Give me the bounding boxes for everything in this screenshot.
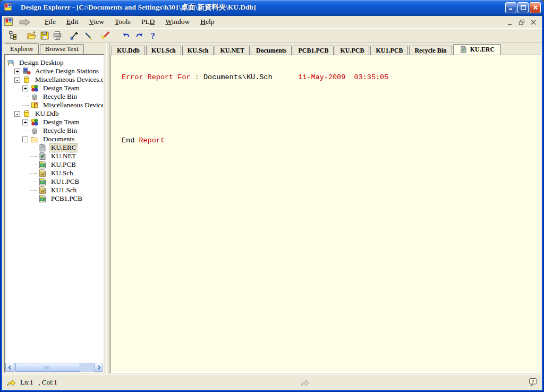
report-line-end: End Report [122,137,540,144]
recycle-icon [30,92,39,101]
maximize-button[interactable] [517,2,529,13]
doc-tab-ku-pcb[interactable]: KU.PCB [335,46,369,55]
panel-splitter[interactable] [106,43,110,374]
horizontal-scrollbar[interactable] [5,363,103,372]
tree-item-label: KU1.PCB [49,177,81,186]
print-icon[interactable] [51,30,64,41]
doc-tab-documents[interactable]: Documents [251,46,292,55]
doc-tab-ku1-pcb[interactable]: KU1.PCB [370,46,408,55]
tree-item-ku1-pcb[interactable]: KU1.PCB [5,177,103,186]
mdi-minimize-button[interactable] [506,19,514,26]
tree-item-label: KU1.Sch [49,186,78,194]
menu-tools[interactable]: Tools [109,16,136,28]
open-document-icon[interactable] [26,30,38,41]
report-blank-line [122,95,540,101]
doc-tab-label: KU1.Sch [151,47,176,54]
tree-item-design-team[interactable]: +Design Team [5,84,103,92]
document-tabs: KU.DdbKU1.SchKU.SchKU.NETDocumentsPCB1.P… [112,44,542,55]
expand-icon[interactable]: + [22,86,28,91]
tree-item-label: Design Team [41,84,81,92]
svg-text:?: ? [151,31,155,40]
scrollbar-thumb[interactable] [15,363,80,372]
redo-icon[interactable] [133,30,146,41]
sch-doc-icon [38,169,47,177]
tree-item-miscellaneous-devices-lib[interactable]: Miscellaneous Devices.lib [5,101,103,109]
collapse-icon[interactable]: - [14,111,20,117]
explorer-menu-arrow-icon[interactable] [18,18,34,27]
report-content[interactable]: Error Report For : Documents\KU.Sch 11-M… [110,55,541,373]
tree-item-ku-sch[interactable]: KU.Sch [5,169,103,177]
tree-item-miscellaneous-devices-ddb[interactable]: -Miscellaneous Devices.ddb [5,75,103,84]
help-icon[interactable]: ? [147,30,159,41]
tree-item-ku-ddb[interactable]: -KU.Ddb [5,109,103,118]
close-button[interactable] [530,2,541,13]
pcb-doc-icon [38,160,47,169]
panel-tabs: Explorer Browse Text [5,44,85,54]
workstation-icon [22,67,31,75]
menu-pld[interactable]: PLD [136,16,160,28]
doc-tab-label: Documents [256,47,286,54]
tree-item-recycle-bin[interactable]: Recycle Bin [5,92,103,101]
tree-item-design-team[interactable]: +Design Team [5,118,103,126]
tab-explorer[interactable]: Explorer [5,43,39,54]
scroll-right-icon[interactable] [94,363,103,372]
cut-tool-icon[interactable] [68,30,81,41]
library-icon [30,101,39,109]
doc-tab-ku-ddb[interactable]: KU.Ddb [112,46,145,55]
tree-item-ku1-sch[interactable]: KU1.Sch [5,186,103,194]
tree-item-label: Design Desktop [18,58,65,67]
tree-item-ku-pcb[interactable]: KU.PCB [5,160,103,169]
tree-item-pcb1-pcb[interactable]: PCB1.PCB [5,194,103,203]
tree-item-active-design-stations[interactable]: +Active Design Stations [5,67,103,75]
tree-item-documents[interactable]: -Documents [5,135,103,143]
database-icon [22,75,31,84]
report-doc-icon [38,152,47,160]
document-system-icon[interactable] [4,18,14,27]
doc-tab-label: KU.PCB [340,47,364,54]
doc-tab-pcb1-pcb[interactable]: PCB1.PCB [293,46,334,55]
tree-item-label: Recycle Bin [41,126,79,135]
tree-connector [30,199,37,199]
doc-tab-ku-net[interactable]: KU.NET [215,46,250,55]
menu-edit[interactable]: Edit [61,16,84,28]
tree-item-design-desktop[interactable]: Design Desktop [5,58,103,67]
doc-tab-ku1-sch[interactable]: KU1.Sch [146,46,181,55]
tree-connector [30,182,37,182]
collapse-icon[interactable]: - [22,137,28,142]
explorer-toggle-icon[interactable] [6,30,19,41]
expand-icon[interactable]: + [22,120,28,125]
minimize-button[interactable] [505,2,516,13]
help-balloon-icon[interactable]: ? [529,378,538,387]
tree-item-label: KU.PCB [49,160,78,169]
menu-file[interactable]: File [39,16,61,28]
mdi-close-button[interactable] [529,19,538,26]
save-icon[interactable] [38,30,51,41]
folder-icon [30,135,39,143]
doc-tab-label: KU1.PCB [376,47,403,54]
tree-box: Design Desktop+Active Design Stations-Mi… [4,54,104,373]
menu-help[interactable]: Help [195,16,219,28]
magic-wand-icon[interactable] [99,30,112,41]
doc-tab-recycle-bin[interactable]: Recycle Bin [409,46,452,55]
undo-icon[interactable] [120,30,133,41]
tree-connector [30,148,37,148]
team-icon [30,84,39,92]
document-tree[interactable]: Design Desktop+Active Design Stations-Mi… [5,55,103,363]
document-panel: KU.DdbKU1.SchKU.SchKU.NETDocumentsPCB1.P… [110,43,542,374]
collapse-icon[interactable]: - [14,77,20,83]
tree-item-label: Documents [41,135,76,143]
tree-item-ku-net[interactable]: KU.NET [5,152,103,160]
tree-connector [30,156,37,157]
pen-tool-icon[interactable] [82,30,95,41]
expand-icon[interactable]: + [14,69,20,74]
tree-connector [22,97,29,97]
doc-tab-ku-sch[interactable]: KU.Sch [182,46,214,55]
tree-item-ku-erc[interactable]: KU.ERC [5,143,103,152]
tab-browse-text[interactable]: Browse Text [40,44,84,54]
scroll-left-icon[interactable] [5,363,14,372]
doc-tab-ku-erc[interactable]: KU.ERC [453,44,501,55]
menu-window[interactable]: Window [160,16,195,28]
tree-item-recycle-bin[interactable]: Recycle Bin [5,126,103,135]
mdi-restore-button[interactable] [517,19,526,26]
menu-view[interactable]: View [84,16,109,28]
